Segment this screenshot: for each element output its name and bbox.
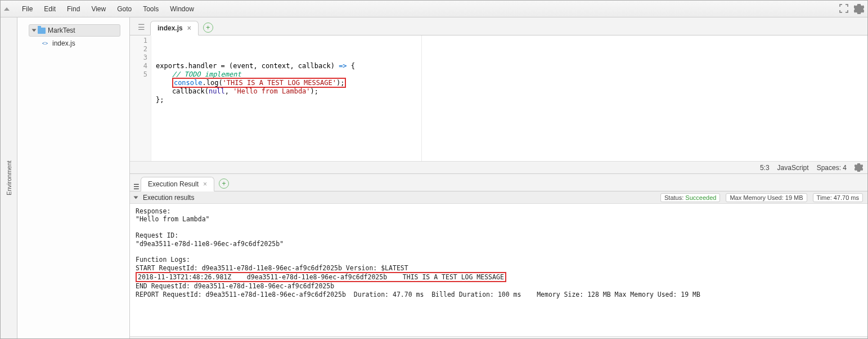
tab-execution-result[interactable]: Execution Result × [141,177,214,191]
time-chip: Time: 47.70 ms [813,193,863,202]
execution-results-header: Execution results Status: Succeeded Max … [130,191,867,204]
js-file-icon: <> [41,39,49,47]
time-label: Time: [817,194,832,201]
line-number: 2 [130,45,147,53]
code-token: null [209,87,225,95]
code-token: ); [311,87,318,95]
close-tab-icon[interactable]: × [203,180,207,188]
line-number: 4 [130,62,147,70]
tree-file-name: index.js [52,39,75,47]
line-number: 5 [130,70,147,79]
editor-settings-gear-icon[interactable] [854,163,863,172]
code-token: callback( [156,87,209,95]
code-token: }; [156,96,164,104]
file-tree: MarkTest <> index.js [17,17,130,338]
editor-tab-row: ☰ index.js × + [130,17,867,35]
indent-mode[interactable]: Spaces: 4 [817,164,847,172]
close-tab-icon[interactable]: × [187,24,191,32]
bottom-tab-overflow-icon[interactable]: ☰ [133,183,140,191]
log-post: END RequestId: d9ea3511-e78d-11e8-96ec-a… [136,282,700,298]
line-gutter: 1 2 3 4 5 [130,35,151,161]
highlighted-log-line: 2018-11-13T21:48:26.981Z d9ea3511-e78d-1… [136,272,506,282]
print-margin-line [421,35,422,161]
environment-side-tab[interactable]: Environment [1,17,17,338]
tab-label: index.js [158,24,183,32]
bottom-divider [130,336,867,338]
code-token: , [225,87,233,95]
tree-root-folder[interactable]: MarkTest [29,24,120,37]
code-token: .handler = (event, context, callback) [185,62,339,70]
code-token [156,79,172,87]
menu-edit[interactable]: Edit [38,3,61,15]
code-body[interactable]: exports.handler = (event, context, callb… [151,35,867,161]
cursor-position: 5:3 [760,164,770,172]
code-token: => [339,62,347,70]
code-token: 'Hello from Lambda' [233,87,310,95]
memory-label: Max Memory Used: [730,194,783,201]
tab-indexjs[interactable]: index.js × [150,21,199,35]
code-token: console [174,79,203,87]
code-token: { [347,62,355,70]
settings-gear-icon[interactable] [854,4,864,14]
menu-bar: File Edit Find View Goto Tools Window [1,1,867,17]
tree-file-indexjs[interactable]: <> index.js [20,38,127,49]
menu-view[interactable]: View [86,3,111,15]
language-mode[interactable]: JavaScript [777,164,809,172]
code-token: 'THIS IS A TEST LOG MESSAGE' [223,79,336,87]
menu-tools[interactable]: Tools [137,3,164,15]
main-area: Environment MarkTest <> index.js ☰ index… [1,17,867,338]
new-bottom-tab-button[interactable]: + [219,179,229,189]
menu-file[interactable]: File [16,3,38,15]
code-token: // TODO implement [156,70,241,78]
root-folder-name: MarkTest [48,26,75,34]
menu-find[interactable]: Find [61,3,86,15]
environment-label: Environment [6,160,12,195]
line-number: 3 [130,53,147,62]
code-token: ); [336,79,344,87]
editor-status-bar: 5:3 JavaScript Spaces: 4 [130,161,867,173]
bottom-tab-row: ☰ Execution Result × + [130,173,867,191]
time-value: 47.70 ms [834,194,859,201]
execution-log-body[interactable]: Response: "Hello from Lambda" Request ID… [130,204,867,336]
execution-results-title: Execution results [143,194,194,202]
collapse-triangle-icon[interactable] [4,7,10,11]
menu-goto[interactable]: Goto [111,3,137,15]
code-token: .log( [202,79,222,87]
folder-icon [38,28,46,34]
code-token: exports [156,62,185,70]
fullscreen-icon[interactable] [839,4,849,14]
memory-value: 19 MB [785,194,803,201]
tab-label: Execution Result [148,180,199,188]
line-number: 1 [130,37,147,45]
status-value: Succeeded [685,194,716,201]
menu-window[interactable]: Window [164,3,200,15]
editor-column: ☰ index.js × + 1 2 3 4 5 exports.handler… [130,17,867,338]
memory-chip: Max Memory Used: 19 MB [726,193,807,202]
status-chip: Status: Succeeded [660,193,720,202]
log-pre: Response: "Hello from Lambda" Request ID… [136,207,408,272]
status-label: Status: [664,194,683,201]
chevron-down-icon[interactable] [134,196,138,199]
code-editor[interactable]: 1 2 3 4 5 exports.handler = (event, cont… [130,35,867,161]
new-tab-button[interactable]: + [203,23,213,33]
chevron-down-icon [32,29,37,32]
app-window: File Edit Find View Goto Tools Window En… [0,0,868,339]
tab-overflow-icon[interactable]: ☰ [136,21,147,33]
